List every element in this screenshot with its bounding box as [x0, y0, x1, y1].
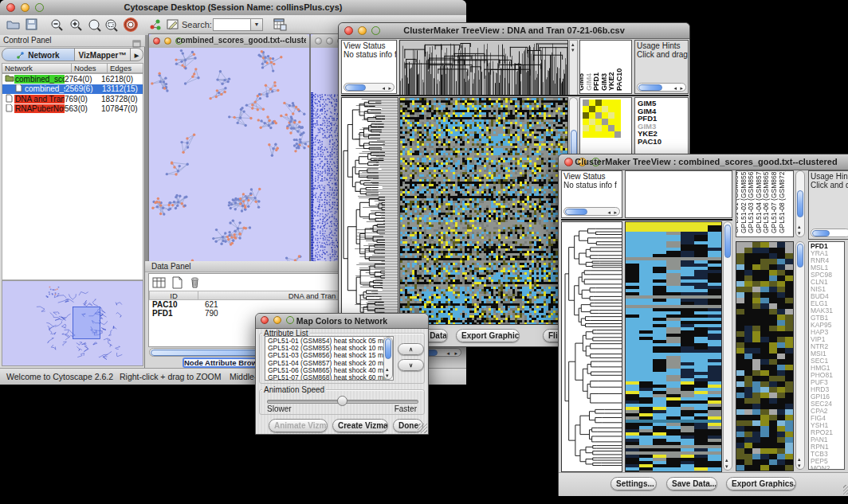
- col-edges[interactable]: Edges: [108, 63, 143, 73]
- annotation-icon[interactable]: [167, 18, 180, 34]
- close-icon[interactable]: [315, 37, 322, 45]
- tv2-genelist-scrollbar[interactable]: ▴▾: [795, 241, 805, 470]
- matrix-cell[interactable]: [589, 125, 595, 131]
- delete-attribute-icon[interactable]: [189, 275, 201, 292]
- attribute-select-icon[interactable]: [152, 276, 167, 292]
- resize-grip[interactable]: [843, 485, 848, 494]
- slider-thumb[interactable]: [337, 396, 347, 406]
- tab-network[interactable]: Network: [2, 48, 75, 61]
- help-lifering-icon[interactable]: [124, 18, 138, 35]
- matrix-cell[interactable]: [614, 100, 621, 106]
- zoom-selected-icon[interactable]: [88, 18, 101, 35]
- matrix-cell[interactable]: [595, 131, 602, 138]
- create-vizmap-button[interactable]: Create Vizmap: [332, 419, 388, 432]
- column-label[interactable]: PAC10: [615, 68, 623, 91]
- zoom-in-icon[interactable]: [69, 18, 83, 35]
- column-label[interactable]: GIM3: [600, 73, 608, 91]
- export-graphics-button[interactable]: Export Graphics...: [726, 477, 796, 490]
- usage-hints-scrollbar[interactable]: [811, 229, 848, 237]
- tv2-row-dendrogram[interactable]: [561, 221, 622, 472]
- column-label[interactable]: GPL51-08 (GSM872): [779, 170, 786, 233]
- network-tree-row[interactable]: combined_scores_2764(0)16218(0): [2, 74, 143, 84]
- matrix-cell[interactable]: [583, 106, 589, 112]
- matrix-cell[interactable]: [608, 100, 614, 106]
- import-table-icon[interactable]: [273, 18, 287, 34]
- matrix-cell[interactable]: [602, 131, 608, 138]
- settings-button[interactable]: Settings...: [610, 477, 657, 490]
- attribute-list-scrollbar[interactable]: ▴▾: [383, 337, 393, 380]
- matrix-cell[interactable]: [589, 131, 595, 138]
- network-tree-row[interactable]: RNAPuberNov2+563(0)107847(0): [2, 104, 143, 115]
- matrix-cell[interactable]: [602, 125, 608, 131]
- matrix-cell[interactable]: [608, 125, 614, 131]
- tv2-vscrollbar[interactable]: ▴▾: [723, 221, 732, 471]
- column-label[interactable]: PFD1: [592, 72, 600, 91]
- network-tree-row[interactable]: combined_sco2569(6)13112(15): [2, 84, 143, 95]
- tv2-column-dendrogram[interactable]: [625, 170, 732, 218]
- matrix-cell[interactable]: [608, 112, 614, 119]
- network-nodes-icon[interactable]: [149, 18, 162, 34]
- attribute-list[interactable]: GPL51-01 (GSM854) heat shock 05 minGPL51…: [265, 336, 394, 381]
- matrix-cell[interactable]: [589, 106, 595, 112]
- matrix-cell[interactable]: [602, 106, 608, 112]
- move-down-button[interactable]: ∨: [398, 359, 424, 371]
- tv1-row-dendrogram[interactable]: [341, 97, 398, 325]
- matrix-cell[interactable]: [608, 131, 614, 138]
- gene-label[interactable]: MON2: [811, 465, 844, 470]
- matrix-cell[interactable]: [608, 119, 614, 125]
- matrix-cell[interactable]: [583, 125, 589, 131]
- attribute-item[interactable]: GPL51-07 (GSM868) heat shock 60 min: [268, 374, 393, 381]
- network-view-canvas[interactable]: [149, 48, 309, 295]
- close-icon[interactable]: [153, 37, 160, 45]
- tab-vizmapper[interactable]: VizMapper™: [74, 48, 131, 61]
- treeview2-title-bar[interactable]: ClusterMaker TreeView : combined_scores_…: [559, 154, 848, 170]
- view-status-scrollbar[interactable]: ◂▸: [563, 207, 620, 216]
- matrix-cell[interactable]: [589, 100, 595, 106]
- new-attribute-icon[interactable]: [171, 276, 183, 292]
- network-overview-canvas[interactable]: [2, 281, 143, 365]
- matrix-cell[interactable]: [614, 106, 621, 112]
- matrix-cell[interactable]: [595, 119, 602, 125]
- column-label[interactable]: GIM4: [585, 73, 593, 91]
- minimize-icon[interactable]: [164, 37, 171, 45]
- column-label[interactable]: GPL51-03 (GSM856): [748, 170, 755, 233]
- usage-hints-scrollbar[interactable]: ◂▸: [637, 83, 686, 92]
- matrix-cell[interactable]: [614, 112, 621, 119]
- matrix-cell[interactable]: [583, 112, 589, 119]
- matrix-cell[interactable]: [595, 125, 602, 131]
- matrix-cell[interactable]: [602, 100, 608, 106]
- matrix-cell[interactable]: [595, 112, 602, 119]
- tv1-heatmap[interactable]: [399, 97, 568, 325]
- export-graphics-button[interactable]: Export Graphics...: [456, 329, 520, 342]
- matrix-cell[interactable]: [595, 106, 602, 112]
- tv2-heatmap[interactable]: [625, 221, 722, 472]
- save-icon[interactable]: [26, 18, 38, 34]
- matrix-cell[interactable]: [602, 112, 608, 119]
- column-label[interactable]: GIM5: [579, 73, 585, 91]
- dialog-title-bar[interactable]: Map Colors to Network: [256, 314, 428, 329]
- row-label[interactable]: PAC10: [638, 138, 688, 146]
- zoom-out-icon[interactable]: [50, 18, 64, 35]
- matrix-cell[interactable]: [608, 106, 614, 112]
- animate-vizmap-button[interactable]: Animate Vizmap: [269, 419, 328, 432]
- resize-grip[interactable]: [418, 424, 427, 433]
- open-file-icon[interactable]: [6, 18, 20, 34]
- matrix-cell[interactable]: [614, 131, 621, 138]
- matrix-cell[interactable]: [614, 119, 621, 125]
- matrix-cell[interactable]: [595, 100, 602, 106]
- zoom-fit-icon[interactable]: [104, 18, 118, 35]
- network-view-title-bar[interactable]: combined_scores_good.txt--cluste...: [149, 34, 309, 49]
- tv1-column-dendrogram[interactable]: [399, 40, 568, 96]
- network-tree-row[interactable]: DNA and Tran 07769(0)183728(0): [2, 94, 143, 104]
- scroll-right-icon[interactable]: ▸: [454, 350, 457, 356]
- col-nodes[interactable]: Nodes: [72, 63, 108, 73]
- matrix-cell[interactable]: [583, 131, 589, 138]
- data-col-id[interactable]: ID: [149, 291, 198, 300]
- matrix-cell[interactable]: [602, 119, 608, 125]
- column-label[interactable]: YKE2: [607, 72, 615, 91]
- move-up-button[interactable]: ∧: [398, 343, 424, 355]
- treeview1-title-bar[interactable]: ClusterMaker TreeView : DNA and Tran 07-…: [339, 23, 689, 39]
- matrix-cell[interactable]: [589, 119, 595, 125]
- matrix-cell[interactable]: [583, 119, 589, 125]
- save-data-button[interactable]: Save Data...: [666, 477, 717, 490]
